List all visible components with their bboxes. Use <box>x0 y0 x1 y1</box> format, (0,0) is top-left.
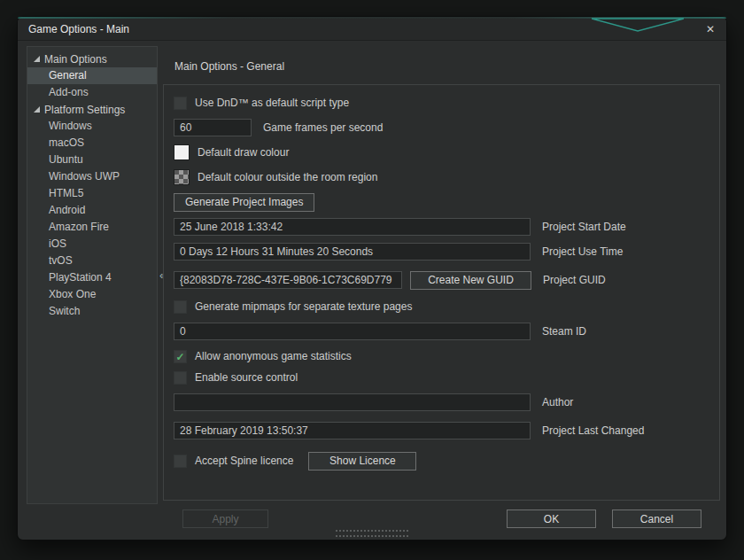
fps-row: Game frames per second <box>174 118 709 137</box>
author-label: Author <box>542 396 573 408</box>
sidebar-item-html5[interactable]: HTML5 <box>27 185 157 202</box>
project-use-time-row: Project Use Time <box>174 242 709 261</box>
sidebar-item-switch[interactable]: Switch <box>27 303 157 320</box>
draw-colour-label: Default draw colour <box>198 146 289 159</box>
last-changed-row: Project Last Changed <box>174 421 709 440</box>
generate-project-images-button[interactable]: Generate Project Images <box>174 193 314 212</box>
source-control-row: Enable source control <box>174 368 709 387</box>
sidebar-item-general[interactable]: General <box>27 67 157 84</box>
sidebar-item-android[interactable]: Android <box>27 202 157 219</box>
sidebar-tree: Main Options General Add-ons Platform Se… <box>27 46 158 504</box>
expand-triangle-icon <box>34 56 40 62</box>
project-guid-row: Create New GUID Project GUID <box>174 270 709 290</box>
generate-images-row: Generate Project Images <box>174 192 709 212</box>
project-start-date-input[interactable] <box>174 218 531 236</box>
titlebar[interactable]: Game Options - Main ✕ <box>18 17 726 41</box>
show-licence-button[interactable]: Show Licence <box>308 452 416 471</box>
project-start-date-label: Project Start Date <box>542 221 626 233</box>
mipmaps-row: Generate mipmaps for separate texture pa… <box>174 297 709 316</box>
draw-colour-swatch[interactable] <box>174 144 190 160</box>
anonymous-stats-checkbox[interactable]: ✓ <box>174 350 187 363</box>
steam-id-input[interactable] <box>174 323 531 340</box>
steam-id-label: Steam ID <box>542 325 586 338</box>
sidebar-group-label: Main Options <box>44 53 107 66</box>
titlebar-chevron-decoration <box>592 18 684 34</box>
sidebar-item-macos[interactable]: macOS <box>27 135 157 152</box>
dnd-script-type-row: Use DnD™ as default script type <box>174 93 709 113</box>
project-guid-input[interactable] <box>174 271 402 289</box>
spine-licence-row: Accept Spine licence Show Licence <box>174 451 709 471</box>
project-last-changed-label: Project Last Changed <box>542 424 644 437</box>
project-use-time-input[interactable] <box>174 243 531 261</box>
sidebar-item-xbox-one[interactable]: Xbox One <box>27 286 157 303</box>
project-guid-label: Project GUID <box>543 274 606 286</box>
sidebar-item-windows-uwp[interactable]: Windows UWP <box>27 168 157 185</box>
outside-colour-label: Default colour outside the room region <box>198 171 377 183</box>
general-options-panel: Use DnD™ as default script type Game fra… <box>163 84 720 501</box>
mipmaps-label: Generate mipmaps for separate texture pa… <box>195 300 412 313</box>
sidebar-item-tvos[interactable]: tvOS <box>27 253 157 269</box>
sidebar-item-amazon-fire[interactable]: Amazon Fire <box>27 219 157 236</box>
apply-button[interactable]: Apply <box>182 509 268 528</box>
dnd-script-type-label: Use DnD™ as default script type <box>195 97 349 109</box>
dnd-script-type-checkbox[interactable] <box>174 97 187 110</box>
expand-triangle-icon <box>34 106 40 113</box>
sidebar-item-playstation-4[interactable]: PlayStation 4 <box>27 269 157 286</box>
fps-label: Game frames per second <box>263 121 383 134</box>
create-new-guid-button[interactable]: Create New GUID <box>410 271 531 290</box>
spine-licence-label: Accept Spine licence <box>195 455 293 467</box>
steam-id-row: Steam ID <box>174 322 709 341</box>
page-title: Main Options - General <box>174 60 284 73</box>
sidebar-item-ubuntu[interactable]: Ubuntu <box>27 152 157 168</box>
project-use-time-label: Project Use Time <box>542 245 623 258</box>
fps-input[interactable] <box>174 119 252 136</box>
project-start-date-row: Project Start Date <box>174 217 709 237</box>
window-title: Game Options - Main <box>28 23 129 35</box>
cancel-button[interactable]: Cancel <box>612 509 701 528</box>
source-control-checkbox[interactable] <box>174 371 187 385</box>
mipmaps-checkbox[interactable] <box>174 300 187 314</box>
author-row: Author <box>174 393 709 412</box>
outside-colour-row: Default colour outside the room region <box>174 167 709 187</box>
draw-colour-row: Default draw colour <box>174 143 709 162</box>
author-input[interactable] <box>174 393 531 411</box>
close-icon[interactable]: ✕ <box>702 21 718 37</box>
sidebar-item-ios[interactable]: iOS <box>27 236 157 253</box>
source-control-label: Enable source control <box>195 371 298 384</box>
game-options-window: Game Options - Main ✕ Main Options Gener… <box>17 16 727 541</box>
anonymous-stats-label: Allow anonymous game statistics <box>195 350 352 362</box>
sidebar-group-main-options[interactable]: Main Options <box>27 51 157 67</box>
sidebar-group-label: Platform Settings <box>44 104 125 116</box>
sidebar-group-platform-settings[interactable]: Platform Settings <box>27 101 157 118</box>
resize-grip[interactable] <box>336 530 408 537</box>
spine-licence-checkbox[interactable] <box>174 455 187 468</box>
outside-room-colour-swatch[interactable] <box>174 169 190 185</box>
anonymous-stats-row: ✓ Allow anonymous game statistics <box>174 346 709 366</box>
sidebar-item-add-ons[interactable]: Add-ons <box>27 84 157 101</box>
sidebar-item-windows[interactable]: Windows <box>27 118 157 135</box>
ok-button[interactable]: OK <box>507 509 596 528</box>
project-last-changed-input[interactable] <box>174 422 531 439</box>
